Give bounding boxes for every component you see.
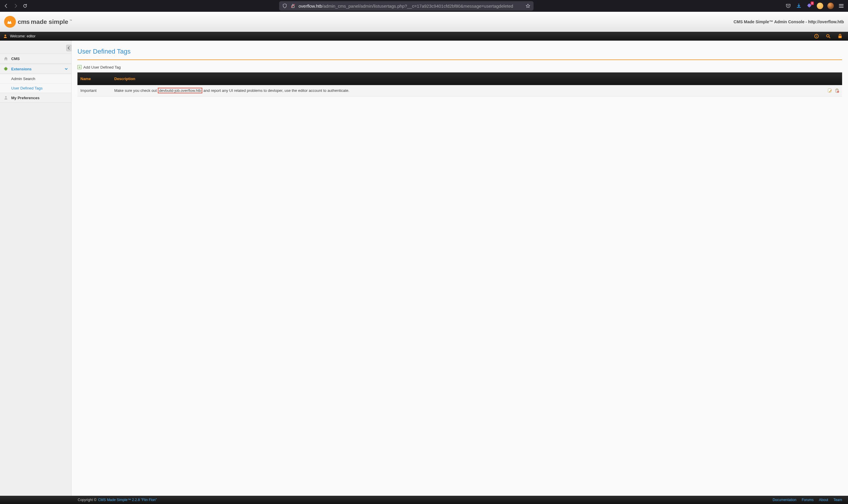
logo-text: cms made simple ™ (18, 18, 72, 25)
topbar-actions: ? (814, 34, 843, 39)
chevron-down-icon (65, 67, 68, 71)
col-description-header: Description (111, 72, 822, 85)
delete-icon[interactable] (834, 88, 839, 93)
table-header-row: Name Description (77, 72, 842, 85)
address-bar-wrap: overflow.htb/admin_cms_panel/admin/listu… (32, 1, 781, 11)
desc-suffix: and report any UI related problems to de… (202, 88, 349, 93)
add-link-label: Add User Defined Tag (83, 65, 121, 70)
footer-right: Documentation Forums About Team (773, 498, 842, 502)
help-icon[interactable]: ? (814, 34, 819, 39)
sidebar-item-label: CMS (11, 56, 20, 61)
person-icon (3, 95, 8, 100)
logo-tm: ™ (70, 19, 72, 22)
sidebar-spacer (0, 41, 71, 54)
edit-icon[interactable] (827, 88, 832, 93)
url-text: overflow.htb/admin_cms_panel/admin/listu… (299, 3, 522, 8)
search-icon[interactable] (826, 34, 831, 39)
browser-toolbar: overflow.htb/admin_cms_panel/admin/listu… (0, 0, 848, 12)
content-area: User Defined Tags ＋ Add User Defined Tag… (72, 41, 848, 496)
welcome-text: Welcome: editor (10, 34, 35, 38)
sidebar-item-my-preferences[interactable]: My Preferences (0, 93, 71, 103)
footer: Copyright © CMS Made Simple™ 2.2.8 "Flin… (0, 496, 848, 504)
home-icon (3, 56, 8, 61)
logo-mark-icon (4, 16, 16, 28)
svg-rect-6 (838, 36, 842, 38)
sidebar-subitem-label: Admin Search (11, 76, 35, 81)
forward-button (13, 3, 18, 8)
downloads-icon[interactable] (796, 3, 802, 9)
header-right-text: CMS Made Simple™ Admin Console - http://… (734, 19, 844, 24)
url-host: overflow.htb (299, 3, 322, 8)
menu-button[interactable] (838, 3, 845, 9)
page-title: User Defined Tags (77, 48, 842, 60)
sidebar-item-label: Extensions (11, 67, 32, 71)
extension-cookie-icon[interactable] (817, 3, 823, 9)
welcome-block: Welcome: editor (3, 34, 35, 39)
sidebar-item-extensions[interactable]: Extensions (0, 64, 71, 74)
logout-lock-icon[interactable] (837, 34, 843, 39)
extension-foxy-icon[interactable] (827, 3, 834, 9)
app-logo[interactable]: cms made simple ™ (4, 16, 72, 28)
logo-made-text: made simple (31, 18, 68, 25)
footer-copyright: Copyright © (78, 498, 97, 502)
extension-badge: 8 (811, 1, 814, 5)
browser-right-group: 8 (785, 3, 845, 9)
footer-product-link[interactable]: CMS Made Simple™ 2.2.8 "Flin Flon" (98, 498, 157, 502)
desc-highlight: devbuild-job.overflow.htb (158, 88, 202, 93)
add-icon: ＋ (77, 65, 82, 69)
sidebar-subitem-label: User Defined Tags (11, 86, 43, 90)
svg-text:?: ? (816, 35, 817, 38)
sidebar-collapse-button[interactable] (66, 45, 72, 51)
sidebar-item-cms[interactable]: CMS (0, 54, 71, 64)
nav-button-group (3, 3, 28, 8)
footer-link-forums[interactable]: Forums (802, 498, 814, 502)
url-path: /admin_cms_panel/admin/listusertags.php?… (322, 3, 513, 8)
cell-description: Make sure you check out devbuild-job.ove… (111, 85, 822, 96)
cell-name[interactable]: Important (77, 85, 111, 96)
desc-prefix: Make sure you check out (114, 88, 158, 93)
svg-point-7 (5, 96, 6, 98)
footer-link-documentation[interactable]: Documentation (773, 498, 796, 502)
extension-puzzle-icon[interactable]: 8 (806, 3, 813, 9)
cell-actions (822, 85, 842, 96)
bookmark-star-icon[interactable] (525, 3, 530, 8)
svg-rect-9 (836, 89, 838, 89)
back-button[interactable] (3, 3, 9, 8)
col-actions-header (822, 72, 842, 85)
user-icon (3, 34, 8, 39)
extensions-sublist: Admin Search User Defined Tags (0, 74, 71, 93)
insecure-lock-icon[interactable] (290, 3, 295, 8)
topbar: Welcome: editor ? (0, 32, 848, 41)
add-user-defined-tag-link[interactable]: ＋ Add User Defined Tag (77, 65, 121, 70)
footer-link-team[interactable]: Team (834, 498, 842, 502)
footer-left: Copyright © CMS Made Simple™ 2.2.8 "Flin… (78, 498, 157, 502)
address-bar[interactable]: overflow.htb/admin_cms_panel/admin/listu… (279, 1, 534, 11)
col-name-header: Name (77, 72, 111, 85)
sidebar-subitem-user-defined-tags[interactable]: User Defined Tags (0, 83, 71, 93)
footer-link-about[interactable]: About (819, 498, 828, 502)
sidebar-item-label: My Preferences (11, 96, 39, 100)
logo-cms-text: cms (18, 18, 30, 25)
app-header: cms made simple ™ CMS Made Simple™ Admin… (0, 12, 848, 32)
hamburger-icon (839, 4, 844, 8)
sidebar: CMS Extensions Admin Search User Defined… (0, 41, 72, 496)
svg-point-2 (4, 35, 6, 36)
puzzle-icon (3, 67, 8, 71)
reload-button[interactable] (22, 3, 28, 8)
user-tags-table: Name Description Important Make sure you… (77, 72, 842, 96)
table-row: Important Make sure you check out devbui… (77, 85, 842, 96)
tracking-protection-icon[interactable] (282, 3, 287, 8)
sidebar-subitem-admin-search[interactable]: Admin Search (0, 74, 71, 83)
main-layout: CMS Extensions Admin Search User Defined… (0, 41, 848, 496)
pocket-icon[interactable] (785, 3, 792, 9)
